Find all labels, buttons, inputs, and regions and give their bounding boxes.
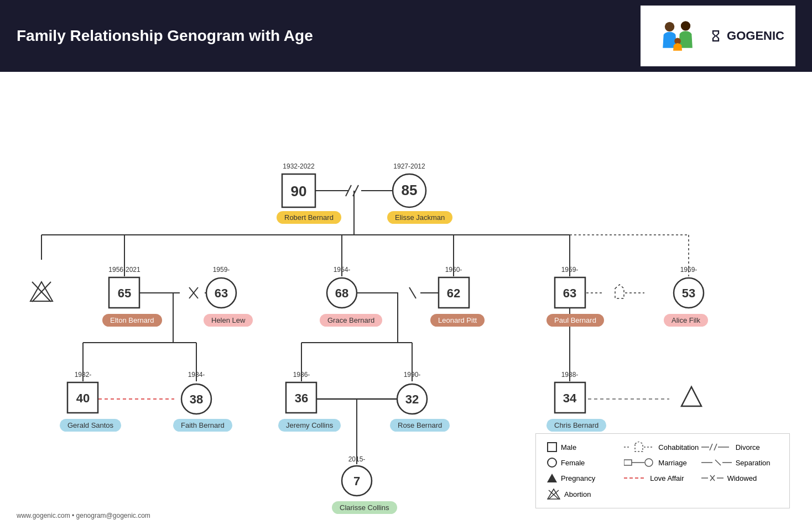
svg-text:1954-: 1954- [334,266,351,274]
svg-text:2015-: 2015- [348,455,366,463]
svg-text:63: 63 [215,286,228,300]
marriage-symbol [624,457,654,468]
svg-text:1984-: 1984- [188,371,205,379]
label-alice: Alice Filk [664,314,708,327]
legend-pregnancy-label: Pregnancy [561,474,595,482]
label-elisse: Elisse Jackman [387,211,452,224]
svg-text:1956-2021: 1956-2021 [108,266,140,274]
legend-marriage: Marriage [624,457,701,468]
legend-widowed-label: Widowed [727,474,757,482]
legend-separation-label: Separation [736,459,771,467]
svg-text:40: 40 [76,391,90,405]
label-leonard: Leonard Pitt [430,314,485,327]
legend-male: Male [547,442,624,453]
label-robert: Robert Bernard [277,211,341,224]
svg-text:1927-2012: 1927-2012 [393,162,425,170]
logo-brand: GOGENIC [709,29,784,43]
footer: www.gogenic.com • genogram@gogenic.com [17,512,150,519]
svg-line-98 [715,460,721,465]
logo-illustration [652,11,704,61]
header: Family Relationship Genogram with Age GO… [0,0,812,72]
logo-icon [709,29,722,43]
footer-text: www.gogenic.com • genogram@gogenic.com [17,512,150,519]
abortion-symbol [547,488,560,500]
svg-text:1986-: 1986- [293,371,310,379]
label-elton: Elton Bernard [102,314,162,327]
label-jeremy: Jeremy Collins [278,419,341,432]
legend: Male Cohabitation Divorce Female Marriag… [535,433,790,508]
svg-marker-65 [681,387,701,406]
svg-text:1969-: 1969- [680,266,698,274]
legend-female: Female [547,457,624,468]
legend-love-affair: Love Affair [624,473,701,484]
label-gerald: Gerald Santos [60,419,121,432]
svg-text:90: 90 [291,183,307,200]
cohabitation-symbol [624,442,654,453]
legend-divorce: Divorce [701,442,778,453]
svg-text:1959-: 1959- [213,266,230,274]
svg-text:32: 32 [405,392,419,406]
svg-line-91 [710,444,712,450]
legend-separation: Separation [701,457,778,468]
label-helen: Helen Lew [204,314,253,327]
legend-marriage-label: Marriage [658,459,686,467]
legend-female-label: Female [561,459,585,467]
widowed-symbol [701,473,723,484]
love-affair-symbol [624,477,646,479]
legend-love-affair-label: Love Affair [650,474,684,482]
page-title: Family Relationship Genogram with Age [17,27,313,45]
label-clarisse: Clarisse Collins [332,501,397,514]
svg-text:65: 65 [118,286,131,300]
genogram-area: 90 1932-2022 85 1927-2012 65 1956-2021 6… [0,72,812,525]
svg-point-0 [665,22,674,32]
label-rose: Rose Bernard [390,419,450,432]
legend-abortion: Abortion [547,488,624,500]
svg-text:63: 63 [563,286,576,300]
svg-text:1932-2022: 1932-2022 [283,162,315,170]
svg-text:53: 53 [682,286,695,300]
pregnancy-symbol [547,474,557,482]
svg-text:1959-: 1959- [561,266,579,274]
svg-text:34: 34 [563,391,577,405]
legend-pregnancy: Pregnancy [547,473,624,484]
female-symbol [547,458,557,468]
svg-text:38: 38 [190,392,203,406]
svg-marker-21 [615,285,624,298]
svg-text:1982-: 1982- [75,371,92,379]
legend-cohabitation: Cohabitation [624,442,701,453]
legend-divorce-label: Divorce [736,443,760,452]
svg-marker-88 [635,442,643,452]
svg-point-96 [645,459,653,466]
svg-text:1988-: 1988- [561,371,579,379]
label-faith: Faith Bernard [173,419,232,432]
label-chris: Chris Bernard [546,419,606,432]
svg-point-1 [681,21,690,30]
separation-symbol [701,457,732,468]
svg-rect-94 [624,460,632,465]
svg-text:68: 68 [335,286,348,300]
svg-line-45 [409,287,416,298]
label-grace: Grace Bernard [320,314,382,327]
legend-cohabitation-label: Cohabitation [658,443,699,452]
male-symbol [547,442,557,452]
legend-male-label: Male [561,443,576,452]
label-paul: Paul Bernard [546,314,604,327]
logo-container: GOGENIC [641,6,795,66]
svg-line-92 [714,444,717,450]
legend-widowed: Widowed [701,473,778,484]
divorce-symbol [701,442,732,453]
svg-text:85: 85 [402,182,418,198]
svg-text:36: 36 [295,391,308,405]
svg-text:1990-: 1990- [404,371,421,379]
svg-text:1960-: 1960- [445,266,462,274]
svg-text:7: 7 [353,474,360,488]
legend-abortion-label: Abortion [564,490,591,498]
svg-text:62: 62 [447,286,460,300]
